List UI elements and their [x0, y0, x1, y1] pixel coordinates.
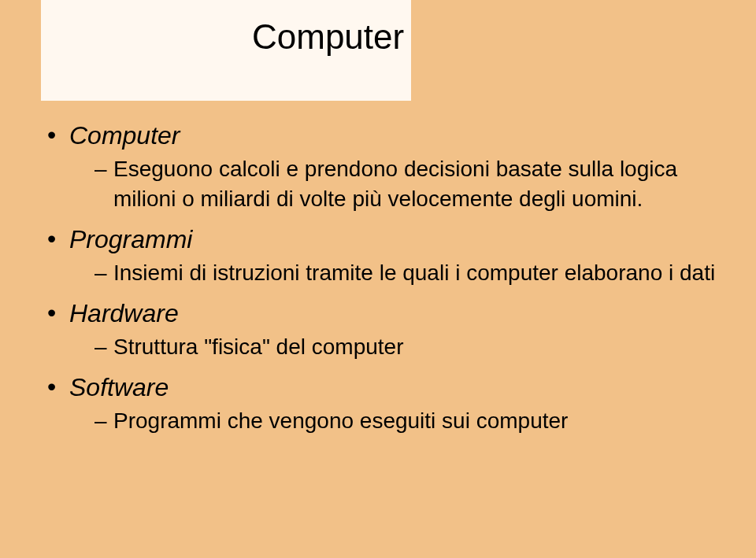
slide-title: Computer — [252, 17, 404, 57]
bullet-label: Software — [69, 373, 169, 401]
slide: Computer Computer Eseguono calcoli e pre… — [0, 0, 756, 558]
bullet-label: Computer — [69, 121, 180, 150]
list-subitem: Insiemi di istruzioni tramite le quali i… — [94, 258, 724, 288]
list-subitem: Eseguono calcoli e prendono decisioni ba… — [94, 154, 724, 214]
list-item: Programmi Insiemi di istruzioni tramite … — [47, 222, 724, 288]
bullet-sub-text: Struttura "fisica" del computer — [113, 334, 403, 359]
bullet-sub-text: Eseguono calcoli e prendono decisioni ba… — [113, 157, 677, 211]
list-subitem: Struttura "fisica" del computer — [94, 332, 724, 362]
bullet-label: Programmi — [69, 225, 192, 253]
bullet-sub-text: Insiemi di istruzioni tramite le quali i… — [113, 261, 715, 285]
list-item: Hardware Struttura "fisica" del computer — [47, 296, 724, 362]
bullet-label: Hardware — [69, 299, 179, 327]
bullet-sub-text: Programmi che vengono eseguiti sui compu… — [113, 408, 568, 433]
list-subitem: Programmi che vengono eseguiti sui compu… — [94, 406, 724, 436]
slide-content: Computer Eseguono calcoli e prendono dec… — [47, 118, 724, 444]
list-item: Software Programmi che vengono eseguiti … — [47, 370, 724, 436]
list-item: Computer Eseguono calcoli e prendono dec… — [47, 118, 724, 214]
